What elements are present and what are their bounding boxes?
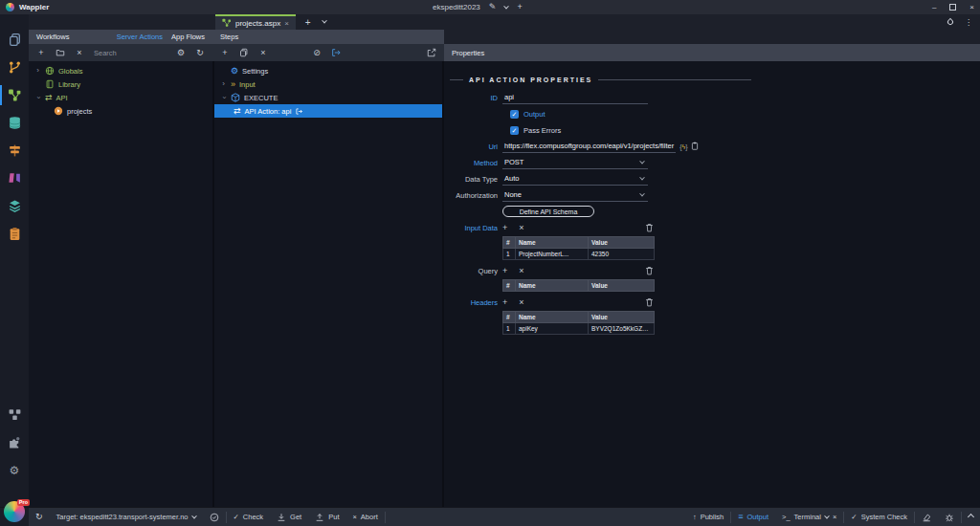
target-refresh[interactable]: ↻: [29, 513, 50, 521]
refresh-icon[interactable]: ↻: [195, 49, 205, 57]
remove-query-button[interactable]: ×: [519, 267, 523, 275]
delete-action-button[interactable]: ×: [75, 49, 84, 57]
tab-app-flows[interactable]: App Flows: [171, 33, 205, 41]
publish-button[interactable]: ↑ Publish: [686, 513, 730, 521]
abort-button[interactable]: × Abort: [345, 513, 384, 521]
target-selector[interactable]: Target: ekspeditt23.transport-systemer.n…: [50, 513, 203, 521]
signpost-icon: [8, 143, 22, 158]
tree-item-projects[interactable]: projects: [29, 104, 212, 118]
put-button[interactable]: Put: [308, 513, 345, 522]
collapse-panel-button[interactable]: [962, 515, 980, 519]
data-type-select[interactable]: Auto: [502, 173, 648, 186]
workspace-chevron-down-icon[interactable]: [504, 3, 510, 9]
sidebar-item-git[interactable]: [0, 54, 29, 81]
step-settings[interactable]: ⚙ Settings: [214, 64, 442, 77]
trash-icon[interactable]: [645, 266, 654, 275]
table-cell[interactable]: apiKey: [516, 323, 589, 335]
sidebar-item-server-connect[interactable]: [0, 81, 29, 109]
sidebar-item-pages[interactable]: [0, 26, 29, 54]
tab-list-chevron-icon[interactable]: [322, 18, 327, 24]
tab-close-icon[interactable]: ×: [284, 19, 289, 28]
output-checkbox[interactable]: ✓: [510, 110, 519, 119]
tree-item-globals[interactable]: › Globals: [29, 64, 212, 77]
sidebar-item-settings[interactable]: ⚙: [0, 456, 29, 484]
workflows-settings-icon[interactable]: ⚙: [176, 49, 186, 57]
add-header-button[interactable]: +: [502, 298, 507, 307]
search-input[interactable]: [94, 49, 167, 57]
terminal-toggle[interactable]: >_ Terminal ×: [775, 513, 843, 521]
output-toggle[interactable]: ≡ Output: [731, 513, 775, 521]
add-workspace-icon[interactable]: +: [517, 3, 522, 11]
table-cell[interactable]: ProjectNumberL...: [516, 249, 589, 260]
table-cell[interactable]: BYV2Q1Zo5KkGZcKdPMw...: [589, 323, 655, 335]
table-cell[interactable]: 1: [503, 323, 516, 335]
collapse-chevron-icon[interactable]: ›: [220, 95, 228, 101]
add-step-button[interactable]: +: [220, 49, 230, 57]
add-action-button[interactable]: +: [36, 49, 46, 57]
collapse-chevron-icon[interactable]: ›: [34, 95, 42, 101]
table-cell[interactable]: 1: [503, 249, 516, 260]
clear-output-button[interactable]: [915, 513, 938, 522]
close-window-button[interactable]: ×: [969, 3, 974, 11]
trash-icon[interactable]: [645, 297, 654, 307]
remove-header-button[interactable]: ×: [519, 298, 523, 307]
authorization-select[interactable]: None: [502, 189, 648, 202]
clipboard-copy-icon[interactable]: [691, 142, 699, 152]
url-input[interactable]: https://flex.compusoftgroup.com/eapi/v1/…: [502, 141, 676, 153]
delete-step-button[interactable]: ×: [258, 49, 268, 57]
table-row[interactable]: 1ProjectNumberL...42350: [503, 249, 655, 260]
define-api-schema-button[interactable]: Define API Schema: [502, 206, 594, 217]
step-execute[interactable]: › EXECUTE: [214, 91, 442, 104]
target-status[interactable]: [203, 513, 226, 522]
new-tab-button[interactable]: +: [305, 17, 311, 28]
get-button[interactable]: Get: [270, 513, 308, 522]
tree-item-api[interactable]: › ⇄ API: [29, 91, 212, 104]
debug-button[interactable]: [938, 513, 961, 522]
expand-chevron-icon[interactable]: ›: [220, 80, 227, 88]
trash-icon[interactable]: [645, 223, 654, 232]
add-query-button[interactable]: +: [502, 267, 507, 275]
sidebar-item-database[interactable]: [0, 109, 29, 137]
sidebar-item-routing[interactable]: [0, 137, 29, 164]
expand-chevron-icon[interactable]: ›: [34, 67, 41, 75]
minimize-button[interactable]: –: [932, 3, 936, 11]
check-icon: ✓: [234, 513, 239, 521]
tab-projects-aspx[interactable]: projects.aspx ×: [215, 14, 296, 30]
disable-step-icon[interactable]: ⊘: [312, 49, 322, 57]
theme-droplet-icon[interactable]: [947, 18, 954, 26]
sidebar-item-blocks[interactable]: [0, 401, 29, 428]
step-api-action-selected[interactable]: ⇄ API Action: api: [214, 104, 442, 118]
restore-button[interactable]: [949, 4, 956, 11]
pass-errors-checkbox-row[interactable]: ✓ Pass Errors: [450, 122, 974, 139]
close-terminal-icon[interactable]: ×: [833, 513, 836, 521]
pass-errors-checkbox[interactable]: ✓: [510, 126, 519, 135]
tab-server-actions[interactable]: Server Actions: [117, 33, 163, 41]
step-input[interactable]: › » Input: [214, 77, 442, 91]
more-options-icon[interactable]: ⋮: [965, 18, 972, 27]
sidebar-item-design[interactable]: [0, 164, 29, 192]
sidebar-item-layers[interactable]: [0, 192, 29, 220]
share-step-icon[interactable]: [427, 48, 436, 57]
chevron-down-icon[interactable]: [824, 513, 830, 518]
workspace-name[interactable]: ekspeditt2023: [433, 3, 480, 11]
open-in-editor-icon[interactable]: [331, 48, 341, 57]
activity-sidebar: ⚙: [0, 14, 29, 507]
system-check-button[interactable]: ✓ System Check: [844, 513, 914, 521]
tab-label: projects.aspx: [235, 19, 280, 28]
wappler-pro-logo[interactable]: Pro: [4, 501, 25, 522]
add-folder-button[interactable]: [56, 48, 65, 57]
tree-item-library[interactable]: Library: [29, 77, 212, 91]
copy-step-button[interactable]: [239, 48, 249, 57]
table-row[interactable]: 1apiKeyBYV2Q1Zo5KkGZcKdPMw...: [503, 323, 655, 335]
remove-input-data-button[interactable]: ×: [519, 224, 523, 232]
check-button[interactable]: ✓ Check: [227, 513, 271, 521]
id-input[interactable]: api: [502, 92, 648, 104]
sidebar-item-extensions[interactable]: [0, 428, 29, 456]
edit-workspace-icon[interactable]: ✎: [489, 3, 497, 11]
add-input-data-button[interactable]: +: [502, 224, 507, 232]
data-binding-icon[interactable]: {ϟ}: [679, 143, 687, 150]
table-cell[interactable]: 42350: [589, 249, 655, 260]
output-checkbox-row[interactable]: ✓ Output: [450, 106, 974, 122]
sidebar-item-apps[interactable]: [0, 220, 29, 248]
method-select[interactable]: POST: [502, 157, 648, 169]
